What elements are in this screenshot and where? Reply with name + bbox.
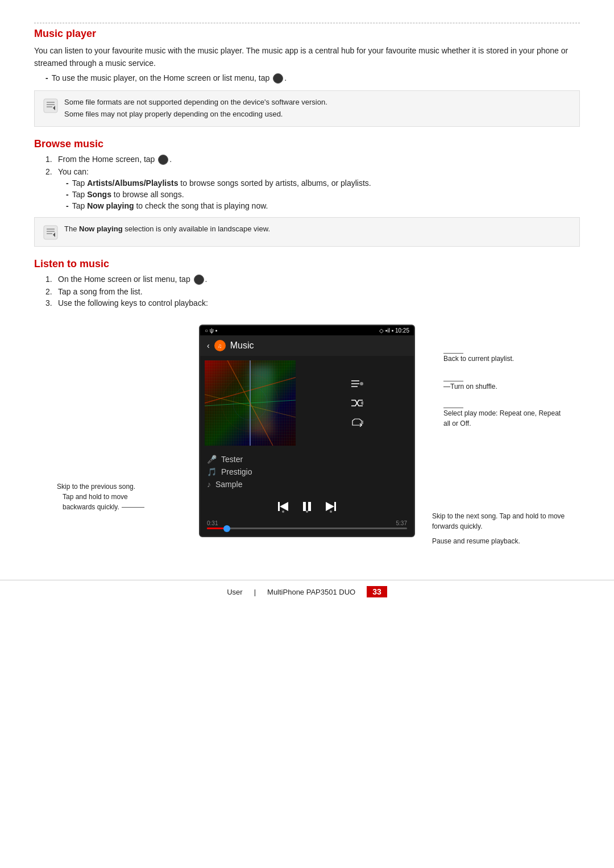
album-row: 🎵 Prestigio [207, 467, 407, 476]
browse-sub2-bold: Songs [87, 190, 111, 199]
note-box-1: Some file formats are not supported depe… [34, 90, 580, 127]
disc-icon: 🎵 [207, 467, 217, 476]
title-row: ♪ Sample [207, 480, 407, 489]
time-row: 0:31 5:37 [207, 520, 407, 526]
ann-shuffle-text: —Turn on shuffle. [443, 381, 569, 392]
footer-user: User [227, 588, 242, 596]
svg-rect-4 [44, 226, 57, 239]
svg-point-26 [306, 510, 308, 513]
ann-repeat-text: Select play mode: Repeat one, Repeat all… [443, 408, 569, 429]
music-app-icon [273, 73, 283, 84]
ann-pause-text: Pause and resume playback. [432, 536, 569, 546]
back-arrow-icon[interactable]: ‹ [207, 341, 210, 350]
svg-rect-24 [303, 502, 306, 511]
svg-point-19 [361, 401, 363, 405]
footer-brand: MultiPhone PAP3501 DUO [267, 588, 355, 596]
left-ann-line [122, 507, 144, 508]
playback-controls: 0:31 5:37 [200, 497, 414, 536]
svg-rect-27 [334, 502, 336, 511]
browse-sub2: - Tap Songs to browse all songs. [66, 190, 580, 199]
listen-step-3: 3. Use the following keys to control pla… [45, 298, 580, 308]
status-bar: ○ ψ ▪ ◇ ▪il ▪ 10:25 [200, 326, 414, 335]
section1-bullet1: - To use the music player, on the Home s… [45, 73, 580, 84]
time-total: 5:37 [396, 520, 407, 526]
listen-step-1: 1. On the Home screen or list menu, tap … [45, 275, 580, 285]
right-bottom-annotations: Skip to the next song. Tap and hold to m… [432, 511, 569, 546]
status-time: ◇ ▪il ▪ 10:25 [379, 327, 409, 334]
svg-point-23 [282, 510, 284, 513]
shuffle-icon-row[interactable] [351, 398, 363, 408]
listen-step3-text: Use the following keys to control playba… [58, 298, 208, 308]
controls-row [207, 500, 407, 514]
status-icons: ○ ψ ▪ [205, 327, 217, 334]
svg-line-9 [205, 400, 296, 406]
ann-skip-next-text: Skip to the next song. Tap and hold to m… [432, 511, 569, 531]
left-ann-hold-back-text: Tap and hold to move [57, 492, 171, 502]
svg-point-29 [330, 510, 332, 513]
svg-line-11 [205, 394, 296, 417]
song-title: Sample [215, 480, 242, 489]
right-annotations: Back to current playlist. —Turn on shuff… [443, 353, 569, 429]
svg-rect-21 [278, 502, 280, 511]
listen-step2-text: Tap a song from the list. [58, 287, 143, 296]
music-app-icon-2 [158, 155, 168, 165]
browse-sub3: - Tap Now playing to check the song that… [66, 201, 580, 210]
skip-prev-btn[interactable] [277, 500, 289, 514]
section3-title: Listen to music [34, 258, 580, 270]
mic-icon: 🎤 [207, 455, 217, 464]
note2-bold: Now playing [79, 225, 123, 233]
album-art-section [200, 356, 414, 450]
progress-thumb[interactable] [223, 525, 230, 532]
browse-step1-text: From the Home screen, tap [58, 155, 155, 164]
repeat-icon-row[interactable] [351, 418, 363, 427]
ann-shuffle: —Turn on shuffle. [443, 381, 569, 392]
browse-sub1: - Tap Artists/Albums/Playlists to browse… [66, 178, 580, 188]
section1-bullet1-text: To use the music player, on the Home scr… [52, 73, 270, 82]
note-box-2: The Now playing selection is only availa… [34, 217, 580, 247]
browse-sub1-bold: Artists/Albums/Playlists [87, 178, 178, 188]
page-footer: User | MultiPhone PAP3501 DUO 33 [0, 580, 614, 597]
left-annotations: Skip to the previous song. Tap and hold … [57, 481, 171, 512]
music-app-icon-3 [194, 275, 204, 285]
progress-bar[interactable]: 0:31 5:37 [207, 518, 407, 531]
album-art [205, 360, 296, 446]
footer-page-number: 33 [367, 586, 387, 597]
ann-repeat: Select play mode: Repeat one, Repeat all… [443, 408, 569, 429]
browse-music-steps: 1. From the Home screen, tap . 2. You ca… [45, 155, 580, 210]
ann-pause: Pause and resume playback. [432, 536, 569, 546]
music-note-icon: ♪ [207, 480, 211, 489]
left-ann-skip-prev-text: Skip to the previous song. [57, 481, 171, 492]
playlist-icon-row[interactable] [351, 379, 363, 388]
svg-point-14 [222, 375, 279, 431]
phone-screen: ○ ψ ▪ ◇ ▪il ▪ 10:25 ‹ ♫ Music [199, 325, 415, 537]
svg-rect-0 [44, 99, 57, 113]
right-icons-panel [300, 356, 414, 450]
app-header: ‹ ♫ Music [200, 335, 414, 356]
ann-back-to-playlist: Back to current playlist. [443, 353, 569, 364]
left-ann-skip-prev: Skip to the previous song. Tap and hold … [57, 481, 171, 512]
pause-btn[interactable] [301, 500, 313, 514]
svg-point-18 [360, 382, 363, 385]
screenshot-layout: Skip to the previous song. Tap and hold … [34, 313, 580, 563]
ann-skip-next: Skip to the next song. Tap and hold to m… [432, 511, 569, 531]
note-text-2: The Now playing selection is only availa… [64, 223, 270, 235]
status-right: ◇ ▪il ▪ 10:25 [379, 327, 409, 334]
svg-line-12 [227, 360, 273, 446]
listen-step-2: 2. Tap a song from the list. [45, 287, 580, 296]
music-logo-circle: ♫ [214, 340, 226, 351]
note-line1: Some file formats are not supported depe… [64, 97, 327, 109]
note-line2: Some files may not play properly dependi… [64, 109, 327, 121]
svg-point-13 [233, 386, 267, 420]
section2-title: Browse music [34, 138, 580, 150]
ann-back-to-playlist-text: Back to current playlist. [443, 354, 569, 364]
section1-title: Music player [34, 28, 580, 40]
browse-step-1: 1. From the Home screen, tap . [45, 155, 580, 165]
listen-music-steps: 1. On the Home screen or list menu, tap … [45, 275, 580, 308]
progress-track[interactable] [207, 528, 407, 529]
svg-line-8 [205, 377, 296, 403]
skip-next-btn[interactable] [325, 500, 337, 514]
browse-step2-text: You can: [58, 167, 89, 176]
app-title: Music [230, 340, 254, 351]
svg-rect-25 [308, 502, 311, 511]
section-divider [34, 23, 580, 23]
